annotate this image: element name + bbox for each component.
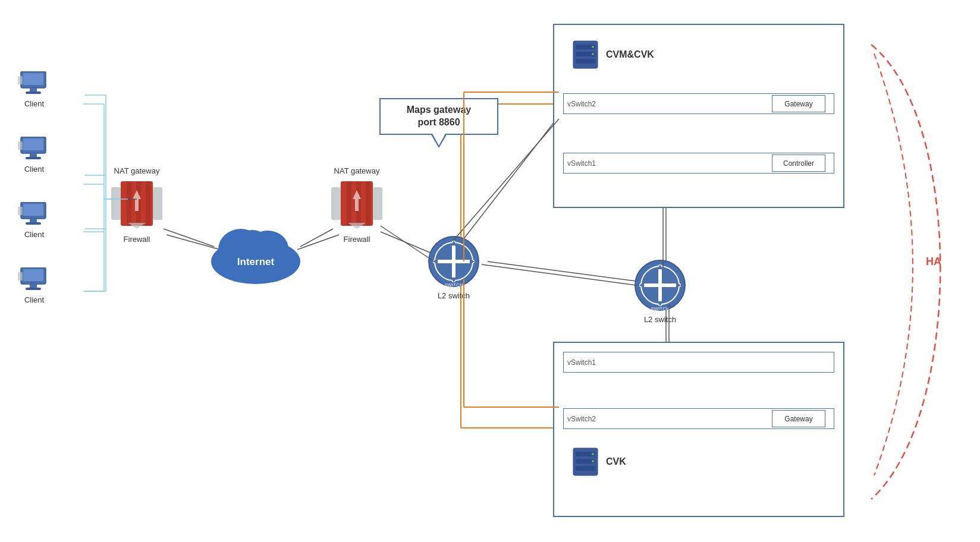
svg-rect-19 xyxy=(30,88,37,92)
svg-rect-86 xyxy=(576,466,595,471)
svg-line-98 xyxy=(381,226,434,261)
svg-line-97 xyxy=(300,229,333,247)
svg-rect-34 xyxy=(30,284,37,288)
cvm-server-icon xyxy=(572,40,599,70)
svg-rect-51 xyxy=(331,187,341,220)
cvk-gateway-box: Gateway xyxy=(772,410,825,427)
svg-text:SWITCH: SWITCH xyxy=(444,282,463,288)
client-2: Client xyxy=(18,137,51,174)
svg-rect-28 xyxy=(23,204,43,216)
cvk-box: vSwitch1 vSwitch2 Gateway CVK xyxy=(553,342,844,517)
svg-rect-35 xyxy=(26,288,41,290)
svg-rect-26 xyxy=(18,141,23,150)
svg-line-96 xyxy=(164,229,214,247)
svg-text:SWITCH: SWITCH xyxy=(651,306,670,311)
svg-rect-18 xyxy=(23,73,43,85)
svg-rect-38 xyxy=(153,187,162,220)
svg-rect-71 xyxy=(658,264,662,306)
svg-line-100 xyxy=(453,119,559,241)
cvk-server-icon xyxy=(572,447,599,477)
ha-label: HA xyxy=(926,256,941,268)
left-firewall-icon xyxy=(110,178,164,232)
svg-rect-52 xyxy=(373,187,382,220)
client-1: Client xyxy=(18,71,51,108)
svg-rect-33 xyxy=(23,269,43,281)
left-firewall-group: NAT gateway Firewall xyxy=(110,166,164,244)
cvm-controller-box: Controller xyxy=(772,155,825,172)
network-diagram: Client Client Client xyxy=(0,0,980,542)
internet-cloud-icon: Internet xyxy=(208,220,303,285)
svg-point-81 xyxy=(592,46,594,48)
svg-rect-21 xyxy=(18,76,23,84)
svg-point-87 xyxy=(592,453,594,455)
svg-rect-43 xyxy=(146,181,150,226)
svg-point-88 xyxy=(592,460,594,462)
svg-line-10 xyxy=(461,116,559,242)
right-switch-group: SWITCH L2 switch xyxy=(633,259,687,324)
svg-point-49 xyxy=(236,230,269,260)
svg-rect-41 xyxy=(127,181,131,226)
svg-rect-30 xyxy=(26,222,41,225)
right-switch-icon: SWITCH xyxy=(633,259,687,312)
svg-text:Internet: Internet xyxy=(237,256,275,267)
svg-rect-20 xyxy=(26,92,41,94)
svg-point-82 xyxy=(592,53,594,55)
left-switch-icon: SWITCH xyxy=(427,235,480,288)
svg-rect-37 xyxy=(111,187,121,220)
svg-line-9 xyxy=(488,261,645,282)
left-switch-group: SWITCH L2 switch xyxy=(427,235,480,300)
svg-rect-62 xyxy=(452,241,456,282)
internet-cloud: Internet xyxy=(208,220,303,288)
svg-rect-80 xyxy=(576,59,595,64)
svg-line-99 xyxy=(482,264,636,285)
svg-rect-36 xyxy=(18,272,23,281)
svg-rect-31 xyxy=(18,207,23,215)
cvm-gateway-box: Gateway xyxy=(772,95,825,112)
svg-rect-54 xyxy=(347,181,351,226)
cvm-cvk-box: CVM&CVK vSwitch2 Gateway vSwitch1 Contro… xyxy=(553,24,844,208)
svg-rect-56 xyxy=(366,181,370,226)
right-firewall-group: NAT gateway Firewall xyxy=(330,166,384,244)
svg-rect-25 xyxy=(26,157,41,159)
client-3: Client xyxy=(18,202,51,239)
callout-box: Maps gateway port 8860 xyxy=(379,98,498,135)
svg-rect-29 xyxy=(30,219,37,222)
right-firewall-icon xyxy=(330,178,384,232)
svg-rect-24 xyxy=(30,153,37,157)
client-4: Client xyxy=(18,267,51,304)
svg-rect-23 xyxy=(23,138,43,150)
